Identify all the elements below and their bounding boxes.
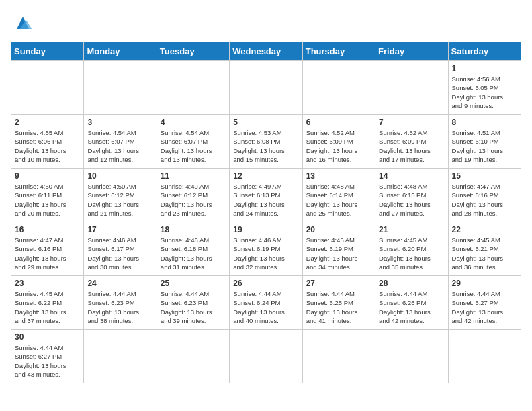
page-header — [11, 11, 521, 35]
day-of-week-header: Monday — [84, 42, 157, 61]
calendar-table: SundayMondayTuesdayWednesdayThursdayFrid… — [11, 42, 521, 383]
calendar-cell: 29Sunrise: 4:44 AM Sunset: 6:27 PM Dayli… — [448, 276, 521, 330]
calendar-cell: 20Sunrise: 4:45 AM Sunset: 6:19 PM Dayli… — [302, 222, 375, 276]
day-of-week-header: Wednesday — [230, 42, 302, 61]
day-number: 17 — [87, 225, 152, 234]
calendar-header-row: SundayMondayTuesdayWednesdayThursdayFrid… — [11, 42, 521, 61]
calendar-cell: 11Sunrise: 4:49 AM Sunset: 6:12 PM Dayli… — [157, 169, 229, 222]
calendar-cell: 26Sunrise: 4:44 AM Sunset: 6:24 PM Dayli… — [230, 276, 302, 330]
calendar-cell: 18Sunrise: 4:46 AM Sunset: 6:18 PM Dayli… — [157, 222, 229, 276]
calendar-cell — [448, 330, 521, 383]
day-number: 13 — [306, 171, 371, 181]
calendar-cell — [230, 330, 302, 383]
day-number: 10 — [87, 171, 152, 181]
calendar-cell: 24Sunrise: 4:44 AM Sunset: 6:23 PM Dayli… — [84, 276, 157, 330]
calendar-cell: 1Sunrise: 4:56 AM Sunset: 6:05 PM Daylig… — [448, 61, 521, 115]
logo-icon — [11, 11, 35, 35]
calendar-cell: 4Sunrise: 4:54 AM Sunset: 6:07 PM Daylig… — [157, 115, 229, 169]
day-info: Sunrise: 4:49 AM Sunset: 6:13 PM Dayligh… — [233, 182, 298, 218]
calendar-cell — [375, 61, 448, 115]
day-number: 25 — [161, 279, 226, 288]
calendar-cell — [302, 61, 375, 115]
calendar-week-row: 9Sunrise: 4:50 AM Sunset: 6:11 PM Daylig… — [11, 169, 521, 222]
day-number: 19 — [233, 225, 298, 234]
day-info: Sunrise: 4:44 AM Sunset: 6:24 PM Dayligh… — [233, 289, 298, 325]
day-number: 4 — [161, 118, 226, 127]
day-info: Sunrise: 4:46 AM Sunset: 6:19 PM Dayligh… — [233, 236, 298, 271]
logo — [11, 11, 38, 35]
calendar-cell: 2Sunrise: 4:55 AM Sunset: 6:06 PM Daylig… — [11, 115, 84, 169]
day-info: Sunrise: 4:55 AM Sunset: 6:06 PM Dayligh… — [15, 128, 80, 164]
day-number: 29 — [452, 279, 517, 288]
calendar-cell: 9Sunrise: 4:50 AM Sunset: 6:11 PM Daylig… — [11, 169, 84, 222]
day-of-week-header: Tuesday — [157, 42, 229, 61]
day-info: Sunrise: 4:44 AM Sunset: 6:23 PM Dayligh… — [87, 289, 152, 325]
calendar-cell — [11, 61, 84, 115]
day-number: 8 — [452, 118, 517, 127]
calendar-cell: 21Sunrise: 4:45 AM Sunset: 6:20 PM Dayli… — [375, 222, 448, 276]
calendar-cell: 17Sunrise: 4:46 AM Sunset: 6:17 PM Dayli… — [84, 222, 157, 276]
calendar-week-row: 30Sunrise: 4:44 AM Sunset: 6:27 PM Dayli… — [11, 330, 521, 383]
day-info: Sunrise: 4:53 AM Sunset: 6:08 PM Dayligh… — [233, 128, 298, 164]
day-info: Sunrise: 4:44 AM Sunset: 6:23 PM Dayligh… — [161, 289, 226, 325]
day-number: 7 — [379, 118, 444, 127]
day-number: 1 — [452, 64, 517, 73]
day-number: 5 — [233, 118, 298, 127]
calendar-cell: 5Sunrise: 4:53 AM Sunset: 6:08 PM Daylig… — [230, 115, 302, 169]
day-info: Sunrise: 4:54 AM Sunset: 6:07 PM Dayligh… — [161, 128, 226, 164]
day-info: Sunrise: 4:45 AM Sunset: 6:21 PM Dayligh… — [452, 236, 517, 271]
day-number: 11 — [161, 171, 226, 181]
day-number: 18 — [161, 225, 226, 234]
day-info: Sunrise: 4:54 AM Sunset: 6:07 PM Dayligh… — [87, 128, 152, 164]
day-info: Sunrise: 4:51 AM Sunset: 6:10 PM Dayligh… — [452, 128, 517, 164]
calendar-cell — [375, 330, 448, 383]
day-number: 6 — [306, 118, 371, 127]
calendar-week-row: 23Sunrise: 4:45 AM Sunset: 6:22 PM Dayli… — [11, 276, 521, 330]
day-info: Sunrise: 4:47 AM Sunset: 6:16 PM Dayligh… — [452, 182, 517, 218]
day-number: 26 — [233, 279, 298, 288]
day-info: Sunrise: 4:48 AM Sunset: 6:14 PM Dayligh… — [306, 182, 371, 218]
day-info: Sunrise: 4:45 AM Sunset: 6:19 PM Dayligh… — [306, 236, 371, 271]
calendar-cell — [302, 330, 375, 383]
calendar-cell: 7Sunrise: 4:52 AM Sunset: 6:09 PM Daylig… — [375, 115, 448, 169]
day-info: Sunrise: 4:46 AM Sunset: 6:17 PM Dayligh… — [87, 236, 152, 271]
day-number: 2 — [15, 118, 80, 127]
day-number: 20 — [306, 225, 371, 234]
day-number: 27 — [306, 279, 371, 288]
calendar-cell — [157, 330, 229, 383]
day-number: 30 — [15, 332, 80, 342]
calendar-cell: 23Sunrise: 4:45 AM Sunset: 6:22 PM Dayli… — [11, 276, 84, 330]
day-info: Sunrise: 4:50 AM Sunset: 6:11 PM Dayligh… — [15, 182, 80, 218]
day-number: 12 — [233, 171, 298, 181]
day-info: Sunrise: 4:44 AM Sunset: 6:27 PM Dayligh… — [452, 289, 517, 325]
day-info: Sunrise: 4:46 AM Sunset: 6:18 PM Dayligh… — [161, 236, 226, 271]
calendar-cell: 15Sunrise: 4:47 AM Sunset: 6:16 PM Dayli… — [448, 169, 521, 222]
day-info: Sunrise: 4:44 AM Sunset: 6:26 PM Dayligh… — [379, 289, 444, 325]
calendar-week-row: 1Sunrise: 4:56 AM Sunset: 6:05 PM Daylig… — [11, 61, 521, 115]
day-number: 16 — [15, 225, 80, 234]
day-number: 15 — [452, 171, 517, 181]
calendar-cell: 16Sunrise: 4:47 AM Sunset: 6:16 PM Dayli… — [11, 222, 84, 276]
calendar-cell — [230, 61, 302, 115]
calendar-week-row: 16Sunrise: 4:47 AM Sunset: 6:16 PM Dayli… — [11, 222, 521, 276]
calendar-cell: 10Sunrise: 4:50 AM Sunset: 6:12 PM Dayli… — [84, 169, 157, 222]
calendar-cell — [84, 61, 157, 115]
day-of-week-header: Thursday — [302, 42, 375, 61]
calendar-cell: 28Sunrise: 4:44 AM Sunset: 6:26 PM Dayli… — [375, 276, 448, 330]
day-info: Sunrise: 4:47 AM Sunset: 6:16 PM Dayligh… — [15, 236, 80, 271]
day-of-week-header: Sunday — [11, 42, 84, 61]
day-number: 23 — [15, 279, 80, 288]
day-info: Sunrise: 4:44 AM Sunset: 6:27 PM Dayligh… — [15, 343, 80, 379]
day-info: Sunrise: 4:44 AM Sunset: 6:25 PM Dayligh… — [306, 289, 371, 325]
day-info: Sunrise: 4:50 AM Sunset: 6:12 PM Dayligh… — [87, 182, 152, 218]
day-of-week-header: Saturday — [448, 42, 521, 61]
calendar-cell: 22Sunrise: 4:45 AM Sunset: 6:21 PM Dayli… — [448, 222, 521, 276]
day-info: Sunrise: 4:52 AM Sunset: 6:09 PM Dayligh… — [379, 128, 444, 164]
calendar-cell: 13Sunrise: 4:48 AM Sunset: 6:14 PM Dayli… — [302, 169, 375, 222]
calendar-cell: 3Sunrise: 4:54 AM Sunset: 6:07 PM Daylig… — [84, 115, 157, 169]
day-number: 22 — [452, 225, 517, 234]
day-number: 3 — [87, 118, 152, 127]
day-number: 14 — [379, 171, 444, 181]
calendar-cell: 14Sunrise: 4:48 AM Sunset: 6:15 PM Dayli… — [375, 169, 448, 222]
calendar-cell — [84, 330, 157, 383]
